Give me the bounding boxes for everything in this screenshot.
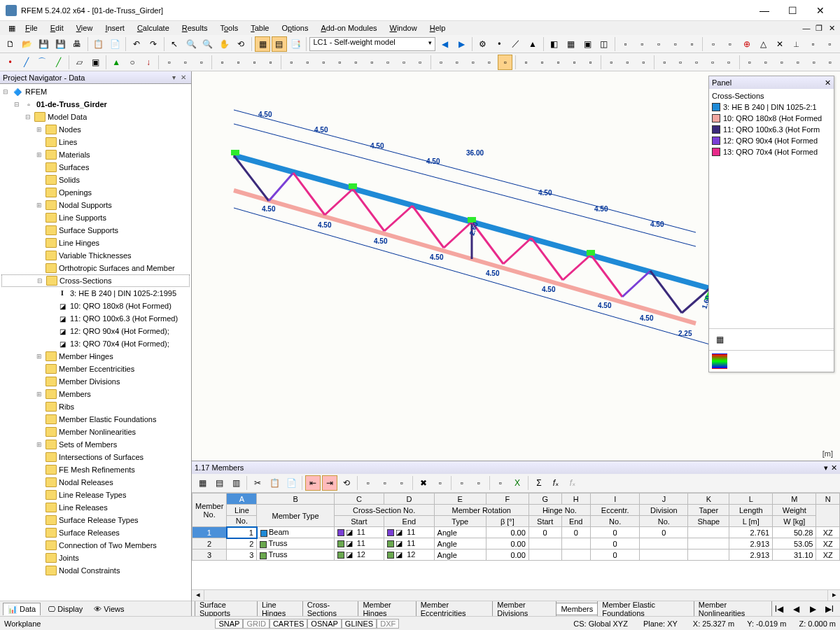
load-icon[interactable]: ↓ xyxy=(141,55,156,70)
table-tab[interactable]: Surface Supports xyxy=(195,601,258,616)
nav-tab-data[interactable]: 📊 Data xyxy=(3,603,41,615)
tab-first-icon[interactable]: I◀ xyxy=(771,601,787,617)
tree-item[interactable]: ⊞Member Hinges xyxy=(1,350,190,363)
tb-icon[interactable]: ▫ xyxy=(377,475,393,491)
tb-icon[interactable]: ▫ xyxy=(394,475,410,491)
status-toggle-dxf[interactable]: DXF xyxy=(377,619,399,629)
table-tab[interactable]: Member Nonlinearities xyxy=(694,601,772,616)
calc-icon[interactable]: ⚙ xyxy=(475,36,491,52)
axes-icon[interactable]: ⊕ xyxy=(739,36,755,52)
tb-icon[interactable]: ▫ xyxy=(657,55,672,70)
model-viewport[interactable]: 4.50 4.50 4.50 4.50 36.00 4.50 4.50 4.50… xyxy=(192,71,840,461)
tb-icon[interactable]: ▫ xyxy=(806,55,821,70)
menu-results[interactable]: Results xyxy=(176,22,214,34)
lc-prev-icon[interactable]: ◀ xyxy=(437,36,452,52)
tb-icon[interactable]: ▫ xyxy=(668,36,683,52)
trans-icon[interactable]: ◫ xyxy=(596,36,612,52)
tb-icon[interactable]: ▫ xyxy=(434,55,449,70)
tree-item[interactable]: Line Release Types xyxy=(1,489,190,501)
tb-icon[interactable]: ✂ xyxy=(250,475,265,491)
loadcase-combo[interactable]: LC1 - Self-weight model xyxy=(309,37,435,51)
tb-icon[interactable]: ▫ xyxy=(822,55,837,70)
tab-last-icon[interactable]: ▶I xyxy=(822,601,837,617)
arc-icon[interactable]: ⌒ xyxy=(35,55,50,70)
tb-icon[interactable]: ▫ xyxy=(284,55,299,70)
tb-icon[interactable]: ▫ xyxy=(263,55,278,70)
nav-tab-display[interactable]: 🖵 Display xyxy=(43,603,87,615)
tree-item[interactable]: Nodal Releases xyxy=(1,476,190,489)
lc-next-icon[interactable]: ▶ xyxy=(454,36,469,52)
fx-icon[interactable]: fₓ xyxy=(548,475,564,491)
redo-icon[interactable]: ↷ xyxy=(146,36,161,52)
tree-item[interactable]: Solids xyxy=(1,174,190,186)
tb-icon[interactable]: ▫ xyxy=(231,55,246,70)
mdi-close-icon[interactable]: ✕ xyxy=(826,24,837,33)
pin-icon[interactable]: ▾ xyxy=(824,463,828,472)
close-button[interactable]: ✕ xyxy=(806,1,834,20)
saveas-icon[interactable]: 💾 xyxy=(52,36,68,52)
paste-icon[interactable]: 📄 xyxy=(107,36,122,52)
menu-tools[interactable]: Tools xyxy=(214,22,244,34)
tb-icon[interactable]: ▫ xyxy=(620,55,635,70)
tb-icon[interactable]: ⇥ xyxy=(322,475,337,491)
tree-item[interactable]: ⊟▫01-de-Truss_Girder xyxy=(1,98,190,111)
tree-item[interactable]: ◪10: QRO 180x8 (Hot Formed) xyxy=(1,300,190,312)
table-tab[interactable]: Member Hinges xyxy=(358,601,416,616)
hinge-icon[interactable]: ○ xyxy=(125,55,140,70)
tb-icon[interactable]: ▫ xyxy=(498,55,512,70)
tree-item[interactable]: Member Nonlinearities xyxy=(1,426,190,438)
line-icon[interactable]: ╱ xyxy=(19,55,34,70)
navigator-tree[interactable]: ⊟🔷RFEM⊟▫01-de-Truss_Girder⊟Model Data⊞No… xyxy=(0,84,191,601)
zoom-window-icon[interactable]: 🔍 xyxy=(183,36,199,52)
tb-icon[interactable]: ▫ xyxy=(567,55,582,70)
tb-icon[interactable]: ▫ xyxy=(178,55,192,70)
tb-icon[interactable]: ▫ xyxy=(583,55,598,70)
results-view-icon[interactable]: ▤ xyxy=(272,36,287,52)
tb-icon[interactable]: ▫ xyxy=(806,36,821,52)
tree-item[interactable]: Line Releases xyxy=(1,501,190,514)
table-tab[interactable]: Member Divisions xyxy=(492,601,556,616)
tb-icon[interactable]: ▫ xyxy=(397,55,412,70)
select-icon[interactable]: ↖ xyxy=(167,36,183,52)
menu-calculate[interactable]: Calculate xyxy=(132,22,175,34)
tree-item[interactable]: Variable Thicknesses xyxy=(1,249,190,262)
tb-icon[interactable]: ▫ xyxy=(651,36,666,52)
tb-icon[interactable]: ▫ xyxy=(413,55,428,70)
minimize-button[interactable]: — xyxy=(750,1,778,20)
navigator-icon[interactable]: 📑 xyxy=(288,36,304,52)
tb-icon[interactable]: ✕ xyxy=(772,36,788,52)
tree-item[interactable]: Surfaces xyxy=(1,161,190,174)
tb-icon[interactable]: ▫ xyxy=(604,55,619,70)
tb-icon[interactable]: ▫ xyxy=(535,55,550,70)
tree-item[interactable]: ◪11: QRO 100x6.3 (Hot Formed) xyxy=(1,312,190,325)
tree-item[interactable]: Connection of Two Members xyxy=(1,539,190,552)
tb-icon[interactable]: ▫ xyxy=(316,55,331,70)
table-tab[interactable]: Member Elastic Foundations xyxy=(597,601,694,616)
member-icon[interactable]: ╱ xyxy=(51,55,66,70)
tree-item[interactable]: ⊞Members xyxy=(1,388,190,400)
legend-tool-icon[interactable]: ▦ xyxy=(712,332,727,347)
tb-icon[interactable]: ▫ xyxy=(690,55,704,70)
node-icon[interactable]: • xyxy=(3,55,18,70)
undo-icon[interactable]: ↶ xyxy=(129,36,144,52)
display-supports-icon[interactable]: ▲ xyxy=(525,36,540,52)
tb-icon[interactable]: ▫ xyxy=(722,36,738,52)
mdi-minimize-icon[interactable]: — xyxy=(801,24,812,33)
model-view-icon[interactable]: ▦ xyxy=(255,36,270,52)
tb-icon[interactable]: ▫ xyxy=(450,55,465,70)
menu-options[interactable]: Options xyxy=(276,22,314,34)
tree-item[interactable]: ◪12: QRO 90x4 (Hot Formed); xyxy=(1,325,190,337)
tb-icon[interactable]: ⟂ xyxy=(789,36,804,52)
tree-item[interactable]: ⊞Sets of Members xyxy=(1,438,190,451)
tb-icon[interactable]: ▫ xyxy=(551,55,566,70)
tree-item[interactable]: FE Mesh Refinements xyxy=(1,463,190,476)
print-icon[interactable]: 🖶 xyxy=(69,36,85,52)
tree-item[interactable]: ◪13: QRO 70x4 (Hot Formed); xyxy=(1,337,190,350)
tree-item[interactable]: Surface Supports xyxy=(1,224,190,237)
tb-icon[interactable]: ▫ xyxy=(519,55,533,70)
table-row[interactable]: 33Truss◪ 12◪ 12Angle0.0002.91331.10XZ xyxy=(192,550,840,561)
tree-item[interactable]: Surface Releases xyxy=(1,526,190,539)
tb-icon[interactable]: ▫ xyxy=(722,55,736,70)
fx-icon[interactable]: Σ xyxy=(531,475,547,491)
tree-item[interactable]: 𝐈3: HE B 240 | DIN 1025-2:1995 xyxy=(1,287,190,300)
